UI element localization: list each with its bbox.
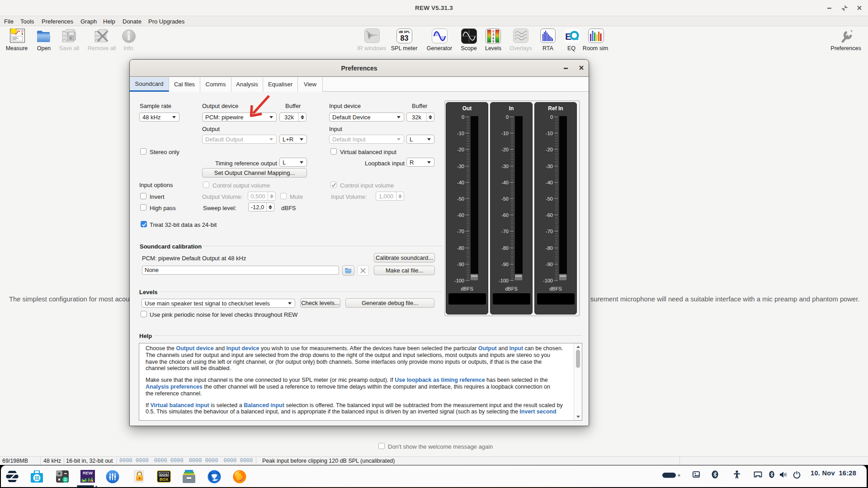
svg-text:6: 6	[492, 37, 494, 40]
svg-text:3: 3	[492, 33, 494, 36]
svg-text:REW: REW	[83, 470, 93, 475]
svg-text:0: 0	[492, 30, 494, 33]
svg-text:dB SPL: dB SPL	[399, 30, 410, 33]
svg-text:BOX: BOX	[160, 477, 169, 482]
svg-text:DOS: DOS	[160, 473, 168, 477]
svg-text:9: 9	[492, 40, 494, 43]
svg-text:83: 83	[401, 34, 409, 42]
